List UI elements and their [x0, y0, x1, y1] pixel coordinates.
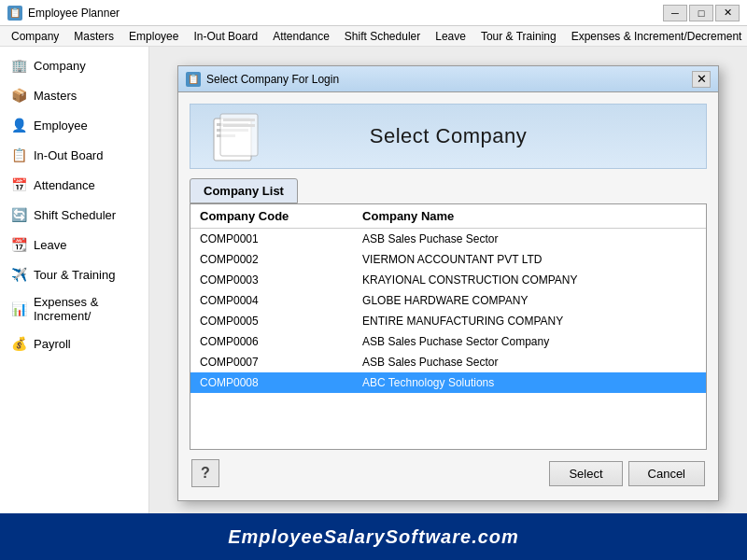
sidebar-item-leave[interactable]: 📆Leave [0, 230, 148, 259]
menu-item-attendance[interactable]: Attendance [265, 28, 337, 45]
sidebar-item-payroll[interactable]: 💰Payroll [0, 329, 148, 358]
sidebar-item-company[interactable]: 🏢Company [0, 50, 148, 80]
modal-body: Select Company Company List Company Code [178, 92, 718, 500]
maximize-button[interactable]: □ [689, 5, 713, 21]
leave-icon: 📆 [9, 235, 28, 254]
company-code-cell: COMP0004 [190, 290, 353, 311]
menu-item-leave[interactable]: Leave [428, 28, 473, 45]
sidebar-item-attendance[interactable]: 📅Attendance [0, 170, 148, 200]
modal-footer: ? Select Cancel [190, 450, 707, 489]
company-code-cell: COMP0005 [190, 311, 353, 331]
sidebar: 🏢Company📦Masters👤Employee📋In-Out Board📅A… [0, 47, 149, 513]
expenses-icon: 📊 [9, 300, 28, 318]
sidebar-label-payroll: Payroll [34, 337, 71, 351]
menu-item-company[interactable]: Company [4, 28, 66, 45]
company-code-cell: COMP0007 [190, 352, 353, 372]
modal-overlay: 📋 Select Company For Login ✕ [149, 47, 747, 513]
sidebar-item-expenses[interactable]: 📊Expenses & Increment/ [0, 289, 148, 329]
modal-header: Select Company [190, 104, 707, 169]
sidebar-label-tourtraining: Tour & Training [34, 268, 115, 282]
title-bar: 📋 Employee Planner ─ □ ✕ [0, 0, 747, 26]
employee-icon: 👤 [9, 116, 28, 134]
table-row[interactable]: COMP0006ASB Sales Puchase Sector Company [190, 331, 706, 352]
masters-icon: 📦 [9, 86, 28, 105]
company-name-cell: GLOBE HARDWARE COMPANY [353, 290, 706, 311]
sidebar-label-masters: Masters [34, 89, 77, 103]
sidebar-item-employee[interactable]: 👤Employee [0, 110, 148, 140]
company-code-cell: COMP0008 [190, 372, 353, 393]
menu-bar: CompanyMastersEmployeeIn-Out BoardAttend… [0, 26, 747, 47]
table-row[interactable]: COMP0002VIERMON ACCOUNTANT PVT LTD [190, 249, 706, 270]
menu-item-employee[interactable]: Employee [121, 28, 186, 45]
sidebar-item-tourtraining[interactable]: ✈️Tour & Training [0, 259, 148, 289]
table-row-empty [190, 430, 706, 449]
table-row[interactable]: COMP0007ASB Sales Puchase Sector [190, 352, 706, 372]
main-layout: 🏢Company📦Masters👤Employee📋In-Out Board📅A… [0, 47, 747, 513]
sidebar-label-inoutboard: In-Out Board [34, 148, 103, 162]
footer: EmployeeSalarySoftware.com [0, 513, 747, 560]
window-controls: ─ □ ✕ [663, 5, 740, 21]
company-name-cell: ENTIRE MANUFACTURING COMPANY [353, 311, 706, 331]
attendance-icon: 📅 [9, 175, 28, 194]
company-code-cell: COMP0003 [190, 270, 353, 290]
footer-text: EmployeeSalarySoftware.com [228, 526, 519, 548]
table-row[interactable]: COMP0005ENTIRE MANUFACTURING COMPANY [190, 311, 706, 331]
menu-item-in-out-board[interactable]: In-Out Board [186, 28, 265, 45]
app-title: Employee Planner [28, 7, 120, 20]
table-header-row: Company Code Company Name [190, 204, 706, 229]
inoutboard-icon: 📋 [9, 146, 28, 164]
table-row[interactable]: COMP0008ABC Technology Solutions [190, 372, 706, 393]
svg-rect-5 [223, 119, 255, 121]
shiftscheduler-icon: 🔄 [9, 205, 28, 224]
table-row-empty [190, 412, 706, 430]
app-icon: 📋 [7, 6, 22, 21]
sidebar-item-shiftscheduler[interactable]: 🔄Shift Scheduler [0, 200, 148, 230]
sidebar-label-shiftscheduler: Shift Scheduler [34, 208, 116, 222]
table-row[interactable]: COMP0004GLOBE HARDWARE COMPANY [190, 290, 706, 311]
modal-title: Select Company For Login [206, 73, 339, 86]
menu-item-tour-&-training[interactable]: Tour & Training [473, 28, 564, 45]
tab-bar: Company List [190, 178, 707, 203]
company-list-tab[interactable]: Company List [190, 178, 298, 203]
menu-item-shift-scheduler[interactable]: Shift Scheduler [337, 28, 428, 45]
minimize-button[interactable]: ─ [663, 5, 687, 21]
table-row[interactable]: COMP0001ASB Sales Puchase Sector [190, 229, 706, 250]
help-button[interactable]: ? [191, 459, 219, 487]
svg-rect-6 [223, 124, 255, 127]
tourtraining-icon: ✈️ [9, 265, 28, 284]
company-name-cell: ASB Sales Puchase Sector [353, 229, 706, 250]
modal-close-button[interactable]: ✕ [692, 71, 711, 88]
modal-icon: 📋 [186, 72, 201, 87]
payroll-icon: 💰 [9, 334, 28, 353]
menu-item-expenses-&-increment/decrement[interactable]: Expenses & Increment/Decrement [564, 28, 747, 45]
sidebar-item-inoutboard[interactable]: 📋In-Out Board [0, 140, 148, 170]
cancel-button[interactable]: Cancel [628, 461, 705, 486]
company-name-cell: KRAYIONAL CONSTRUCTION COMPANY [353, 270, 706, 290]
company-code-cell: COMP0002 [190, 249, 353, 270]
select-button[interactable]: Select [549, 461, 622, 486]
modal-header-title: Select Company [370, 124, 527, 148]
company-table: Company Code Company Name COMP0001ASB Sa… [190, 204, 706, 449]
sidebar-label-employee: Employee [34, 119, 88, 133]
company-code-cell: COMP0001 [190, 229, 353, 250]
content-area: 📋 Select Company For Login ✕ [149, 47, 747, 513]
action-buttons: Select Cancel [549, 461, 705, 486]
modal-titlebar: 📋 Select Company For Login ✕ [178, 66, 718, 92]
sidebar-item-masters[interactable]: 📦Masters [0, 80, 148, 110]
company-name-cell: ABC Technology Solutions [353, 372, 706, 393]
sidebar-label-expenses: Expenses & Increment/ [34, 295, 139, 323]
table-row-empty [190, 393, 706, 412]
close-button[interactable]: ✕ [715, 5, 740, 21]
company-name-cell: ASB Sales Puchase Sector Company [353, 331, 706, 352]
logo-area [209, 109, 265, 168]
sidebar-label-leave: Leave [34, 238, 66, 252]
sidebar-label-company: Company [34, 59, 86, 73]
company-name-cell: ASB Sales Puchase Sector [353, 352, 706, 372]
menu-item-masters[interactable]: Masters [66, 28, 121, 45]
company-icon: 🏢 [9, 56, 28, 75]
company-name-cell: VIERMON ACCOUNTANT PVT LTD [353, 249, 706, 270]
company-code-cell: COMP0006 [190, 331, 353, 352]
table-row[interactable]: COMP0003KRAYIONAL CONSTRUCTION COMPANY [190, 270, 706, 290]
col-name: Company Name [353, 204, 706, 229]
sidebar-label-attendance: Attendance [34, 178, 95, 192]
